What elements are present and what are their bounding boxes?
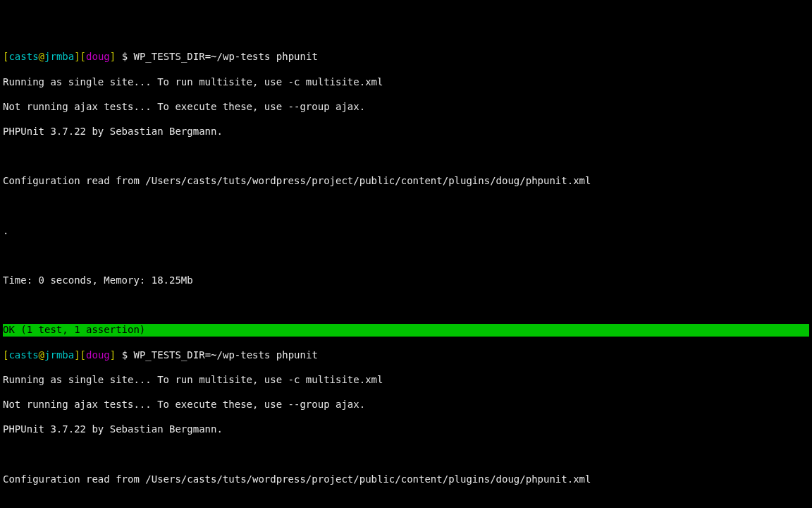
prompt-host: jrmba	[44, 51, 74, 62]
command-text: WP_TESTS_DIR=~/wp-tests phpunit	[134, 51, 318, 62]
output-single-site: Running as single site... To run multisi…	[3, 76, 809, 89]
prompt-sigil: $	[122, 51, 128, 62]
prompt-line-2: [casts@jrmba][doug] $ WP_TESTS_DIR=~/wp-…	[3, 349, 809, 362]
output-config: Configuration read from /Users/casts/tut…	[3, 175, 809, 188]
progress-dots: .	[3, 225, 809, 238]
output-version: PHPUnit 3.7.22 by Sebastian Bergmann.	[3, 126, 809, 138]
command-text-2: WP_TESTS_DIR=~/wp-tests phpunit	[134, 349, 318, 361]
time-memory: Time: 0 seconds, Memory: 18.25Mb	[3, 274, 809, 287]
ok-banner: OK (1 test, 1 assertion)	[3, 324, 809, 337]
output-ajax: Not running ajax tests... To execute the…	[3, 101, 809, 114]
prompt-line-1: [casts@jrmba][doug] $ WP_TESTS_DIR=~/wp-…	[3, 51, 809, 64]
prompt-dir: doug	[86, 51, 110, 62]
prompt-user: casts	[8, 51, 38, 62]
